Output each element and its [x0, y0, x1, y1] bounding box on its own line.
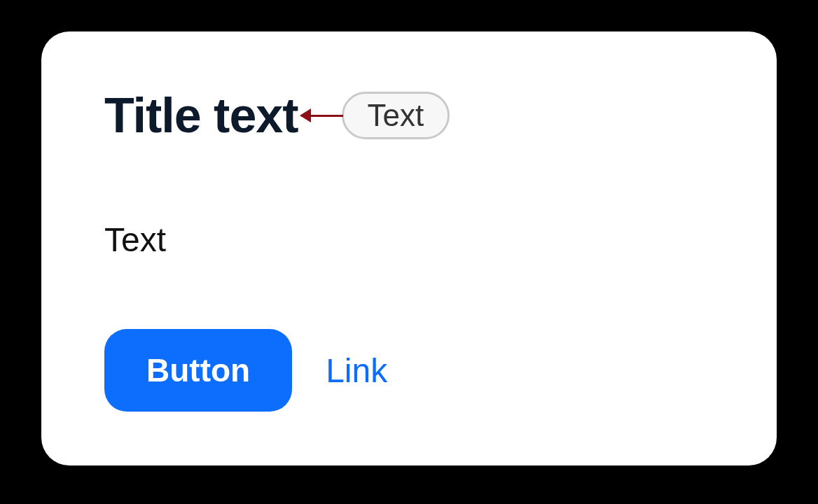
demo-card: Title text Text Text Button Link — [41, 31, 777, 465]
card-title: Title text — [104, 88, 298, 144]
annotation-pill: Text — [342, 92, 450, 139]
card-actions: Button Link — [104, 329, 714, 412]
annotation-arrow-icon — [301, 115, 343, 117]
secondary-link[interactable]: Link — [326, 351, 387, 390]
title-row: Title text Text — [104, 88, 714, 144]
card-body-text: Text — [104, 220, 714, 259]
primary-button[interactable]: Button — [104, 329, 292, 412]
